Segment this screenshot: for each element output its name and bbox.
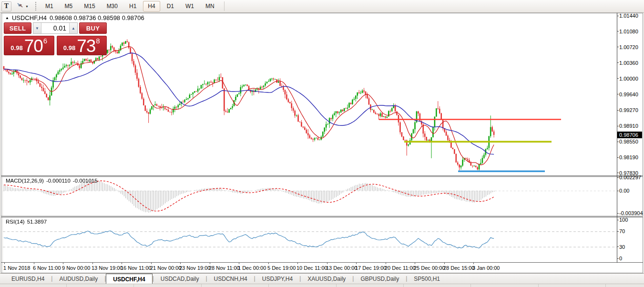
price-axis-label: 1.01440 (619, 13, 638, 19)
chart-tab-audusd[interactable]: AUDUSD,Daily (52, 274, 104, 284)
price-axis-label: 0.98190 (619, 154, 638, 160)
time-axis-label: 28 Dec 15:00 (443, 265, 474, 271)
arrows-icon (16, 1, 24, 11)
price-axis-label: 1.01080 (619, 29, 638, 34)
strip-mark (133, 284, 134, 287)
time-axis-tick (415, 263, 415, 264)
strip-mark (538, 284, 539, 287)
time-axis-label: 21 Nov 00:00 (150, 265, 181, 271)
rsi-label: RSI(14)51.3897 (6, 219, 49, 225)
time-axis-tick (122, 263, 122, 264)
macd-axis-label: 0.00 (619, 188, 629, 194)
price-axis-label: 1.00360 (619, 60, 638, 66)
rsi-axis-label: 70 (619, 228, 625, 234)
time-axis-tick (151, 263, 152, 264)
chart-tab-usdcnh[interactable]: USDCNH,H4 (207, 274, 254, 284)
arrow-down-icon: ▼ (35, 26, 39, 31)
strip-mark (605, 284, 606, 287)
chart-tab-gbpusd[interactable]: GBPUSD,Daily (354, 274, 406, 284)
price-axis-tick (617, 94, 619, 94)
timeframe-group: M1M5M15M30H1H4D1W1MN (41, 1, 219, 11)
price-axis-tick (617, 157, 619, 158)
strip-mark (268, 284, 269, 287)
chart-tab-xauusd[interactable]: XAUUSD,Daily (301, 274, 352, 284)
macd-axis-label: 0.002297 (619, 174, 641, 180)
text-tool-icon: T (4, 2, 9, 10)
chart-tab-eurusd[interactable]: EURUSD,H4 (5, 274, 51, 284)
time-axis-label: 25 Dec 00:00 (414, 265, 445, 271)
one-click-trading-panel: SELL ▼ 0.01 ▲ BUY 0.98 70 6 0. (4, 22, 107, 55)
lot-size-stepper: ▼ 0.01 ▲ (33, 22, 78, 34)
timeframe-button-w1[interactable]: W1 (181, 1, 199, 11)
price-axis-tick (617, 142, 619, 142)
macd-rsi-splitter[interactable] (1, 216, 643, 217)
price-axis-label: 0.98910 (619, 123, 638, 129)
rsi-axis-label: 30 (619, 244, 625, 250)
arrows-tool-button[interactable]: ▼ (14, 1, 31, 11)
sell-button[interactable]: SELL (4, 22, 31, 34)
time-axis-label: 17 Dec 19:00 (355, 265, 386, 271)
collapse-arrow-icon[interactable]: ▲ (5, 16, 9, 20)
time-axis-tick (180, 263, 181, 264)
mt-terminal-window: T ▼ M1M5M15M30H1H4D1W1MN ▲ USDCHF,H4 0.9… (0, 0, 644, 287)
chart-symbol: USDCHF,H4 (12, 14, 47, 21)
rsi-axis-tick (617, 231, 619, 232)
price-axis-tick (617, 126, 619, 126)
rsi-indicator-canvas[interactable] (3, 218, 617, 262)
chart-title: ▲ USDCHF,H4 0.98608 0.98736 0.98598 0.98… (5, 14, 144, 21)
rsi-timeaxis-border (1, 262, 643, 263)
timeframe-button-h1[interactable]: H1 (124, 1, 141, 11)
time-axis-tick (92, 263, 93, 264)
text-tool-button[interactable]: T (1, 1, 11, 11)
chart-tab-usdcad[interactable]: USDCAD,Daily (154, 274, 206, 284)
timeframe-button-m1[interactable]: M1 (41, 1, 58, 11)
time-axis-tick (239, 263, 239, 264)
time-axis-label: 16 Nov 11:00 (121, 265, 152, 271)
time-axis-label: 28 Nov 11:00 (209, 265, 240, 271)
price-axis-label: 0.99270 (619, 107, 638, 113)
time-axis-label: 9 Nov 00:00 (62, 265, 90, 271)
chart-tab-usdjpy[interactable]: USDJPY,H4 (256, 274, 299, 284)
timeframe-button-d1[interactable]: D1 (162, 1, 179, 11)
strip-mark (66, 284, 67, 287)
price-axis-tick (617, 110, 619, 111)
time-axis-tick (386, 263, 386, 264)
time-axis-tick (34, 263, 34, 264)
timeframe-button-h4[interactable]: H4 (143, 1, 160, 11)
chevron-down-icon: ▼ (25, 5, 29, 8)
time-axis-tick (327, 263, 327, 264)
chart-ohlc-values: 0.98608 0.98736 0.98598 0.98706 (50, 14, 144, 21)
buy-price-tile[interactable]: 0.98 73 8 (57, 36, 107, 55)
time-axis-label: 10 Dec 11:00 (296, 265, 327, 271)
time-axis-tick (356, 263, 357, 264)
lot-increase-button[interactable]: ▲ (69, 23, 77, 33)
timeframe-button-m5[interactable]: M5 (60, 1, 78, 11)
timeframe-button-mn[interactable]: MN (201, 1, 219, 11)
time-axis-label: 1 Dec 00:00 (238, 265, 266, 271)
time-axis-label: 3 Jan 00:00 (472, 265, 500, 271)
price-axis-tick (617, 173, 619, 173)
timeframe-button-m30[interactable]: M30 (102, 1, 123, 11)
time-axis-tick (268, 263, 269, 264)
macd-axis-tick (617, 177, 619, 178)
lot-size-field[interactable]: 0.01 (41, 23, 69, 33)
time-axis-label: 1 Nov 2018 (3, 265, 30, 271)
time-axis-label: 13 Dec 00:00 (326, 265, 357, 271)
price-macd-splitter[interactable] (1, 175, 643, 177)
toolbar-grip[interactable] (35, 2, 37, 10)
time-axis-tick (4, 263, 5, 264)
strip-mark (336, 284, 337, 287)
bottom-scroll-strip[interactable] (0, 284, 644, 287)
chart-tab-sp500[interactable]: SP500,H1 (407, 274, 447, 284)
macd-axis-tick (617, 213, 619, 214)
top-toolbar: T ▼ M1M5M15M30H1H4D1W1MN (0, 0, 644, 13)
lot-decrease-button[interactable]: ▼ (33, 23, 41, 33)
timeframe-button-m15[interactable]: M15 (79, 1, 100, 11)
macd-axis-label: -0.003904 (619, 210, 643, 216)
rsi-axis-tick (617, 220, 619, 220)
buy-button[interactable]: BUY (79, 22, 107, 34)
price-axis-tick (617, 62, 619, 63)
time-axis-label: 5 Dec 19:00 (267, 265, 296, 271)
sell-price-tile[interactable]: 0.98 70 6 (4, 36, 54, 55)
chart-tab-usdchf[interactable]: USDCHF,H4 (106, 274, 152, 284)
